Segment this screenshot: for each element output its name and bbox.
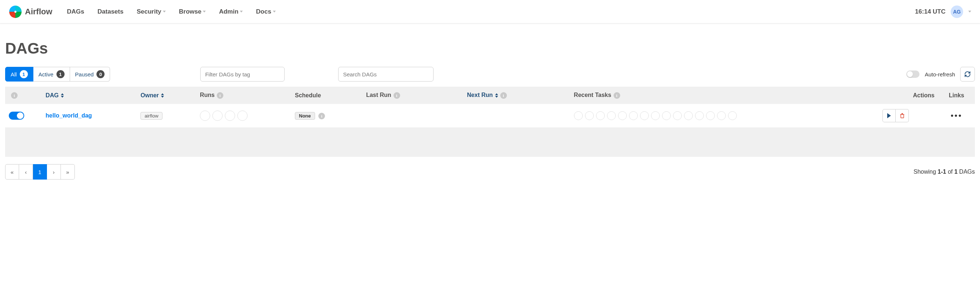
table-header-row: i DAG Owner Runsi Schedule Last Runi Nex… <box>5 87 975 104</box>
task-status-circle <box>640 111 649 120</box>
auto-refresh-label: Auto-refresh <box>924 71 955 77</box>
info-icon[interactable]: i <box>393 92 400 99</box>
filter-active-count: 1 <box>56 70 65 78</box>
links-menu[interactable]: ••• <box>951 111 963 120</box>
showing-text: Showing 1-1 of 1 DAGs <box>914 169 975 175</box>
page-title: DAGs <box>5 40 975 57</box>
col-schedule: Schedule <box>291 87 363 104</box>
owner-badge[interactable]: airflow <box>140 112 162 120</box>
info-icon[interactable]: i <box>11 92 18 99</box>
trash-icon <box>899 113 905 119</box>
table-row: hello_world_dag airflow None i <box>5 104 975 128</box>
pager-last[interactable]: » <box>61 164 75 180</box>
empty-row <box>5 128 975 157</box>
col-next-run[interactable]: Next Runi <box>463 87 570 104</box>
navbar: Airflow DAGs Datasets Security Browse Ad… <box>0 0 980 24</box>
pager-page-1[interactable]: 1 <box>33 164 47 180</box>
task-status-circle <box>607 111 616 120</box>
nav-items: DAGs Datasets Security Browse Admin Docs <box>67 8 276 16</box>
pager-first[interactable]: « <box>5 164 19 180</box>
runs-circles[interactable] <box>200 110 288 121</box>
run-status-circle <box>225 110 235 121</box>
task-status-circle <box>662 111 671 120</box>
brand[interactable]: Airflow <box>9 5 52 18</box>
clock[interactable]: 16:14 UTC <box>915 8 945 16</box>
filter-all[interactable]: All 1 <box>5 67 33 81</box>
col-runs: Runsi <box>196 87 291 104</box>
nav-admin[interactable]: Admin <box>219 8 243 16</box>
pager-prev[interactable]: ‹ <box>19 164 33 180</box>
nav-browse[interactable]: Browse <box>179 8 206 16</box>
last-run-cell <box>363 104 463 128</box>
info-icon[interactable]: i <box>614 92 620 99</box>
run-status-circle <box>212 110 223 121</box>
chevron-down-icon <box>968 11 971 13</box>
dag-name-link[interactable]: hello_world_dag <box>46 112 92 119</box>
dag-pause-toggle[interactable] <box>9 112 24 120</box>
filter-paused-count: 0 <box>97 70 105 78</box>
info-icon[interactable]: i <box>500 92 507 99</box>
filter-tags-input[interactable] <box>200 67 285 81</box>
dags-table: i DAG Owner Runsi Schedule Last Runi Nex… <box>5 87 975 157</box>
svg-point-0 <box>14 11 16 13</box>
toolbar: All 1 Active 1 Paused 0 Auto-refresh <box>5 67 975 81</box>
user-avatar[interactable]: AG <box>951 5 963 18</box>
task-status-circle <box>618 111 627 120</box>
filter-buttons: All 1 Active 1 Paused 0 <box>5 67 110 81</box>
airflow-logo-icon <box>9 5 22 18</box>
task-status-circle <box>695 111 704 120</box>
filter-paused[interactable]: Paused 0 <box>70 67 110 81</box>
pager-next[interactable]: › <box>47 164 61 180</box>
filter-active[interactable]: Active 1 <box>33 67 70 81</box>
recent-tasks-circles[interactable] <box>574 111 875 120</box>
brand-text: Airflow <box>25 7 52 16</box>
refresh-icon <box>964 71 971 77</box>
search-dags-input[interactable] <box>338 67 434 81</box>
task-status-circle <box>684 111 693 120</box>
nav-dags[interactable]: DAGs <box>67 8 84 16</box>
nav-datasets[interactable]: Datasets <box>97 8 124 16</box>
filter-all-count: 1 <box>20 70 28 78</box>
next-run-cell <box>463 104 570 128</box>
pager: « ‹ 1 › » <box>5 164 75 180</box>
col-actions: Actions <box>879 87 938 104</box>
task-status-circle <box>673 111 682 120</box>
schedule-badge[interactable]: None <box>295 112 315 120</box>
task-status-circle <box>706 111 715 120</box>
nav-security[interactable]: Security <box>137 8 166 16</box>
nav-docs[interactable]: Docs <box>256 8 276 16</box>
run-status-circle <box>237 110 248 121</box>
info-icon[interactable]: i <box>318 113 325 119</box>
col-owner[interactable]: Owner <box>137 87 196 104</box>
chevron-down-icon <box>273 11 276 13</box>
auto-refresh-toggle[interactable] <box>906 70 920 78</box>
col-last-run: Last Runi <box>363 87 463 104</box>
col-dag[interactable]: DAG <box>42 87 137 104</box>
info-icon[interactable]: i <box>217 92 223 99</box>
task-status-circle <box>717 111 726 120</box>
run-status-circle <box>200 110 210 121</box>
task-status-circle <box>728 111 737 120</box>
trigger-dag-button[interactable] <box>883 109 896 122</box>
delete-dag-button[interactable] <box>896 109 909 122</box>
col-recent-tasks: Recent Tasksi <box>570 87 879 104</box>
task-status-circle <box>651 111 660 120</box>
task-status-circle <box>596 111 605 120</box>
chevron-down-icon <box>240 11 243 13</box>
task-status-circle <box>574 111 583 120</box>
chevron-down-icon <box>163 11 166 13</box>
table-footer: « ‹ 1 › » Showing 1-1 of 1 DAGs <box>5 164 975 180</box>
play-icon <box>887 113 891 118</box>
col-links: Links <box>938 87 975 104</box>
task-status-circle <box>585 111 594 120</box>
chevron-down-icon <box>203 11 206 13</box>
refresh-button[interactable] <box>960 67 975 81</box>
task-status-circle <box>629 111 638 120</box>
